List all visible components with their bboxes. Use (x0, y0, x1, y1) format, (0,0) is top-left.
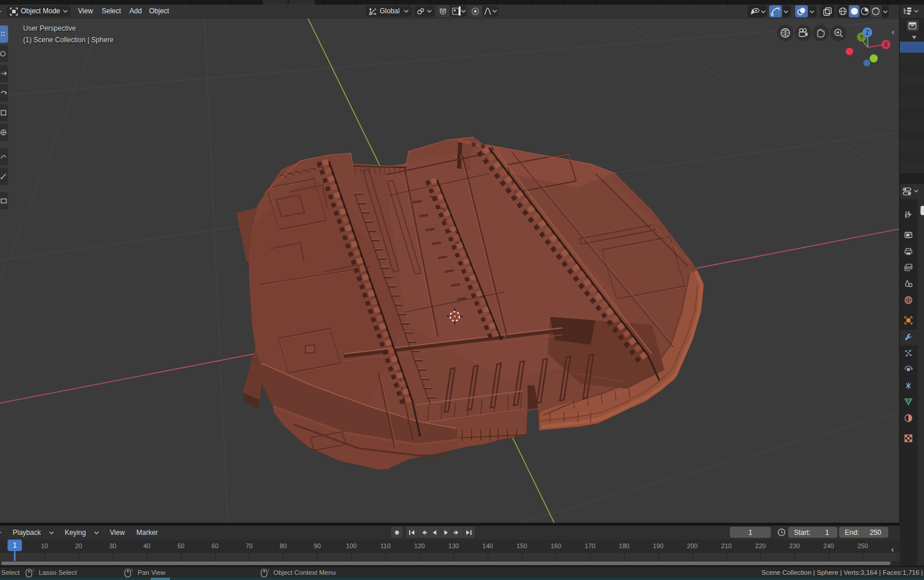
svg-text:X: X (884, 42, 888, 48)
svg-text:Z: Z (866, 29, 870, 36)
